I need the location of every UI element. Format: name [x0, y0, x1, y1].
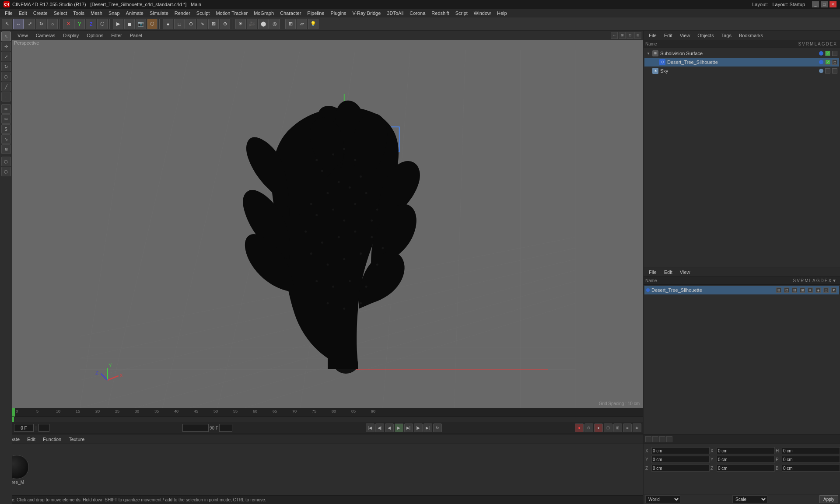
tool-rotate[interactable]: ↻	[1, 62, 11, 71]
vp-tab-options[interactable]: Options	[83, 32, 107, 39]
om-tab-file[interactable]: File	[645, 32, 660, 39]
menu-snap[interactable]: Snap	[105, 10, 123, 17]
menu-redshift[interactable]: Redshift	[428, 10, 452, 17]
coord-sx-input[interactable]	[717, 447, 775, 454]
transport-timeline[interactable]: ≡	[623, 424, 632, 432]
coord-x-input[interactable]	[651, 447, 710, 454]
toolbar-material-btn[interactable]: ◎	[270, 19, 280, 29]
toolbar-poly-btn[interactable]: ⬡	[147, 19, 158, 29]
vp-tab-panel[interactable]: Panel	[126, 32, 146, 39]
coord-h-input[interactable]	[782, 447, 840, 454]
transport-end[interactable]: ▶|	[424, 424, 432, 432]
tool-layer[interactable]: ⬡	[1, 157, 11, 166]
transport-start[interactable]: |◀	[366, 424, 374, 432]
transport-auto-key[interactable]: ●	[594, 424, 603, 432]
obj-desert-tree[interactable]: ⬡ Desert_Tree_Silhouette ✓ ⊡	[644, 58, 839, 66]
toolbar-cam-btn[interactable]: 📷	[136, 19, 146, 29]
toolbar-play-btn[interactable]: ▶	[113, 19, 123, 29]
toolbar-render2-btn[interactable]: ⬤	[258, 19, 269, 29]
transport-next-key[interactable]: |▶	[414, 424, 423, 432]
menu-sculpt[interactable]: Sculpt	[193, 10, 213, 17]
obj-subdivision-surface[interactable]: ▼ ⊞ Subdivision Surface ✓	[644, 49, 839, 58]
menu-vray[interactable]: V-Ray Bridge	[350, 10, 384, 17]
toolbar-sphere-btn[interactable]: ●	[163, 19, 173, 29]
menu-mesh[interactable]: Mesh	[88, 10, 105, 17]
obj-cb-v-sub[interactable]: ✓	[825, 51, 830, 56]
attr-cb2[interactable]: ⊡	[784, 287, 789, 293]
menu-pipeline[interactable]: Pipeline	[304, 10, 327, 17]
om-tab-tags[interactable]: Tags	[718, 32, 735, 39]
menu-plugins[interactable]: Plugins	[327, 10, 349, 17]
vp-icon-2[interactable]: ⊞	[619, 32, 626, 39]
frame-extra[interactable]	[219, 424, 232, 432]
tool-curve[interactable]: ∿	[1, 134, 11, 144]
transport-prev[interactable]: ◀	[385, 424, 394, 432]
attr-cb4[interactable]: ⊞	[800, 287, 805, 293]
menu-animate[interactable]: Animate	[123, 10, 147, 17]
toolbar-move-btn[interactable]: ↔	[13, 19, 24, 29]
attr-cb7[interactable]: ◇	[823, 287, 829, 293]
toolbar-y-btn[interactable]: Y	[74, 19, 85, 29]
obj-cb-e-sub[interactable]	[832, 51, 837, 56]
toolbar-z-btn[interactable]: Z	[86, 19, 96, 29]
vp-icon-1[interactable]: ↔	[611, 32, 618, 39]
menu-mograph[interactable]: MoGraph	[251, 10, 277, 17]
om-tab-view[interactable]: View	[676, 32, 694, 39]
toolbar-floor-btn[interactable]: ⏥	[297, 19, 307, 29]
tool-scale[interactable]: ⤢	[1, 52, 11, 61]
frame-current-input[interactable]	[14, 424, 34, 432]
vp-tab-display[interactable]: Display	[60, 32, 82, 39]
attr-cb3[interactable]: ⊟	[792, 287, 797, 293]
om-tab-bookmarks[interactable]: Bookmarks	[735, 32, 766, 39]
coord-b-input[interactable]	[782, 465, 840, 472]
world-dropdown[interactable]: World	[645, 495, 680, 503]
attr-cb5[interactable]: ≡	[808, 287, 813, 293]
transport-prev-key[interactable]: ◀|	[375, 424, 384, 432]
transport-fcurve[interactable]: ≋	[633, 424, 641, 432]
tool-pen[interactable]: ✏	[1, 104, 11, 114]
toolbar-nurbs-btn[interactable]: ∿	[197, 19, 207, 29]
menu-script[interactable]: Script	[452, 10, 471, 17]
toolbar-light-btn[interactable]: ☀	[235, 19, 246, 29]
vp-tab-filter[interactable]: Filter	[108, 32, 125, 39]
frame-scrub[interactable]	[182, 424, 209, 432]
transport-key-red[interactable]: ●	[575, 424, 584, 432]
attr-cb6[interactable]: ◈	[816, 287, 821, 293]
transport-key2[interactable]: ⊙	[584, 424, 593, 432]
transport-loop[interactable]: ↻	[433, 424, 442, 432]
vp-icon-3[interactable]: ⊡	[626, 32, 634, 39]
tool-s[interactable]: S	[1, 124, 11, 134]
toolbar-scale-btn[interactable]: ⤢	[24, 19, 35, 29]
menu-character[interactable]: Character	[277, 10, 304, 17]
tool-select[interactable]: ↖	[1, 32, 11, 41]
attr-cb8[interactable]: ▼	[831, 287, 836, 293]
viewport-canvas[interactable]: X Y Z Grid Spacing : 10 cm	[12, 40, 643, 408]
attr-desert-tree[interactable]: Desert_Tree_Silhouette ⊞ ⊡ ⊟ ⊞ ≡ ◈ ◇ ▼	[644, 286, 839, 294]
toolbar-cube-btn[interactable]: □	[174, 19, 185, 29]
menu-render[interactable]: Render	[172, 10, 193, 17]
coord-sz-input[interactable]	[717, 465, 775, 472]
transport-play[interactable]: ▶	[395, 424, 403, 432]
coord-sy-input[interactable]	[717, 456, 775, 463]
toolbar-circle-btn[interactable]: ○	[47, 19, 58, 29]
coord-z-input[interactable]	[651, 465, 710, 472]
attr-tab-file[interactable]: File	[645, 269, 660, 276]
frame-fps-input[interactable]	[38, 424, 49, 432]
menu-file[interactable]: File	[2, 10, 16, 17]
tool-point-select[interactable]: ·	[1, 92, 11, 102]
obj-cb-e-tree[interactable]: ⊡	[832, 60, 837, 65]
toolbar-torus-btn[interactable]: ⊙	[186, 19, 196, 29]
om-tab-edit[interactable]: Edit	[661, 32, 676, 39]
attr-cb1[interactable]: ⊞	[776, 287, 781, 293]
toolbar-x-btn[interactable]: ✕	[63, 19, 74, 29]
menu-window[interactable]: Window	[471, 10, 494, 17]
tool-move[interactable]: ✛	[1, 42, 11, 51]
toolbar-cam2-btn[interactable]: 🎥	[247, 19, 257, 29]
menu-simulate[interactable]: Simulate	[147, 10, 172, 17]
toolbar-sky-btn[interactable]: 💡	[308, 19, 318, 29]
menu-create[interactable]: Create	[30, 10, 51, 17]
attr-tab-edit[interactable]: Edit	[661, 269, 676, 276]
apply-button[interactable]: Apply	[819, 495, 838, 503]
maximize-button[interactable]: □	[821, 1, 828, 7]
obj-cb-e-sky[interactable]	[832, 68, 837, 74]
